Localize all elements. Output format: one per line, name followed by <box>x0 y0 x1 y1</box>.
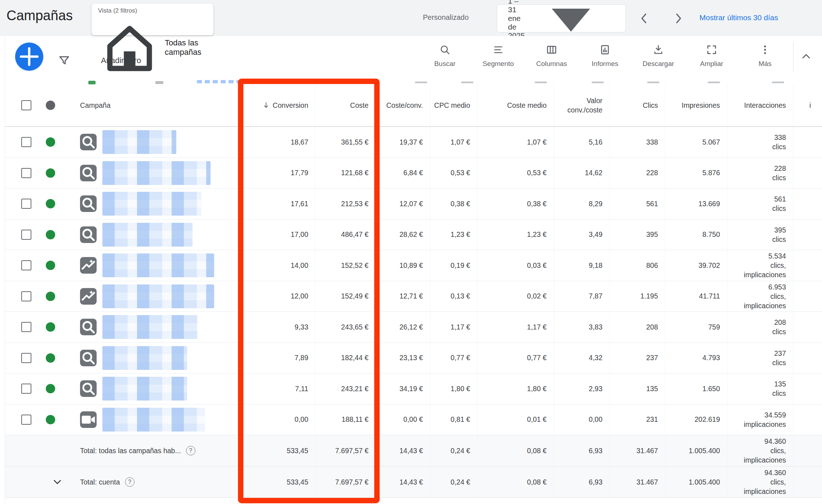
toolbar-action-segmento[interactable]: Segmento <box>472 41 525 68</box>
total-label-cell: Total: cuenta? <box>5 467 244 498</box>
toolbar-action-descargar[interactable]: Descargar <box>632 41 685 68</box>
metric-value: 152,49 € <box>341 292 368 300</box>
metric-value: 10,89 € <box>399 261 423 270</box>
spacer-cell <box>793 467 822 498</box>
campaign-name-redacted[interactable] <box>102 253 214 277</box>
sort-descending-icon <box>262 101 270 110</box>
column-header-clics[interactable]: Clics <box>610 84 665 126</box>
row-checkbox[interactable] <box>21 415 31 425</box>
row-checkbox[interactable] <box>21 230 31 240</box>
metric-cell: 759 <box>665 312 727 342</box>
interactions-cell: 395clics <box>727 220 793 250</box>
status-enabled-dot <box>46 353 55 363</box>
table-header-row: Campaña ConversionCosteCoste/conv.CPC me… <box>5 84 822 127</box>
help-icon[interactable]: ? <box>186 446 195 455</box>
metric-value: 1,23 € <box>527 230 547 239</box>
metric-cell: 1.005.400 <box>665 467 727 498</box>
status-enabled-dot <box>46 199 55 208</box>
select-all-checkbox[interactable] <box>21 100 31 110</box>
expand-account-total-button[interactable] <box>51 476 63 488</box>
metric-value: 1,80 € <box>451 385 470 393</box>
performance-max-campaign-icon <box>80 288 97 305</box>
table-row: 0,00188,11 €0,00 €0,81 €0,01 €0,00231202… <box>5 404 822 436</box>
plus-icon <box>15 43 43 71</box>
metric-value: 8.750 <box>702 230 720 239</box>
clipped-row-fragment <box>647 81 659 83</box>
column-header-coste[interactable]: Coste <box>315 84 376 126</box>
interactions-value: 395clics <box>772 225 786 244</box>
add-campaign-button[interactable] <box>15 43 43 71</box>
metric-cell: 7,11 <box>244 373 315 404</box>
campaign-name-redacted[interactable] <box>102 284 214 308</box>
home-icon <box>98 16 161 79</box>
search-campaign-icon <box>80 134 97 150</box>
video-campaign-icon <box>80 411 97 428</box>
row-checkbox[interactable] <box>21 199 31 209</box>
view-filter-chip[interactable]: Vista (2 filtros) Todas las campañas <box>92 4 213 35</box>
toolbar-action-columnas[interactable]: Columnas <box>525 41 578 68</box>
column-header-interacciones[interactable]: Interacciones <box>727 84 793 126</box>
status-enabled-dot <box>46 415 55 424</box>
campaign-name-redacted[interactable] <box>102 130 176 154</box>
column-header-valor-conv-coste[interactable]: Valor conv./coste <box>554 84 610 126</box>
metric-value: 7.697,57 € <box>335 478 368 486</box>
metric-cell: 806 <box>610 250 665 281</box>
help-icon[interactable]: ? <box>125 477 134 487</box>
metric-cell: 4,32 <box>554 343 610 373</box>
row-checkbox[interactable] <box>21 353 31 363</box>
metric-cell: 23,13 € <box>376 343 430 373</box>
collapse-toolbar-button[interactable] <box>800 50 813 63</box>
metric-cell: 243,21 € <box>315 373 376 404</box>
interactions-cell: 94.360clics,implicaciones <box>727 435 793 466</box>
metric-cell: 0,08 € <box>477 467 554 498</box>
chevron-right-icon <box>671 12 685 25</box>
metric-cell: 188,11 € <box>315 404 376 435</box>
previous-period-button[interactable] <box>637 12 651 25</box>
toolbar-action-mas[interactable]: Más <box>738 41 792 68</box>
column-header-cpc-medio[interactable]: CPC medio <box>430 84 477 126</box>
table-body: 18,67361,55 €19,37 €1,07 €1,07 €5,163385… <box>5 127 822 498</box>
campaign-name-redacted[interactable] <box>102 223 193 247</box>
campaign-name-redacted[interactable] <box>102 377 187 401</box>
show-last-30-days-link[interactable]: Mostrar últimos 30 días <box>699 13 778 22</box>
metric-cell: 1.195 <box>610 281 665 312</box>
column-header-coste-conv-[interactable]: Coste/conv. <box>376 84 430 126</box>
column-header-label: Clics <box>643 101 658 110</box>
metric-cell: 10,89 € <box>376 250 430 281</box>
metric-value: 212,53 € <box>341 200 368 208</box>
column-header-coste-medio[interactable]: Coste medio <box>477 84 554 126</box>
campaign-name-redacted[interactable] <box>102 346 187 370</box>
next-period-button[interactable] <box>671 12 685 25</box>
row-checkbox[interactable] <box>21 384 31 394</box>
campaign-name-redacted[interactable] <box>102 315 198 339</box>
row-checkbox[interactable] <box>21 322 31 332</box>
row-checkbox[interactable] <box>21 168 31 178</box>
spacer-cell <box>793 435 822 466</box>
row-checkbox[interactable] <box>21 137 31 147</box>
campaign-name-redacted[interactable] <box>102 161 211 185</box>
campaign-cell <box>5 127 244 158</box>
spacer-cell <box>793 343 822 373</box>
row-checkbox[interactable] <box>21 260 31 270</box>
metric-value: 231 <box>646 415 658 424</box>
metric-value: 395 <box>646 230 658 239</box>
toolbar-action-buscar[interactable]: Buscar <box>418 41 472 68</box>
column-header-label: CPC medio <box>434 101 470 110</box>
toolbar-action-ampliar[interactable]: Ampliar <box>685 41 738 68</box>
toolbar-action-informes[interactable]: Informes <box>578 41 632 68</box>
date-range-selector[interactable]: 1 – 31 ene de 2025 <box>497 4 626 32</box>
campaign-name-redacted[interactable] <box>102 408 205 432</box>
chevron-down-icon <box>51 476 63 488</box>
metric-cell: 17,61 <box>244 189 315 219</box>
spacer-cell <box>793 312 822 342</box>
column-header-impresiones[interactable]: Impresiones <box>665 84 727 126</box>
column-header-conversion[interactable]: Conversion <box>244 84 315 126</box>
metric-value: 28,62 € <box>399 230 423 239</box>
toolbar-action-label: Buscar <box>434 60 455 68</box>
row-checkbox[interactable] <box>21 291 31 301</box>
filter-button[interactable] <box>58 54 71 67</box>
metric-cell: 0,53 € <box>477 158 554 189</box>
column-header-label: Impresiones <box>682 101 720 110</box>
campaign-name-redacted[interactable] <box>102 192 202 216</box>
segment-icon <box>492 44 504 56</box>
